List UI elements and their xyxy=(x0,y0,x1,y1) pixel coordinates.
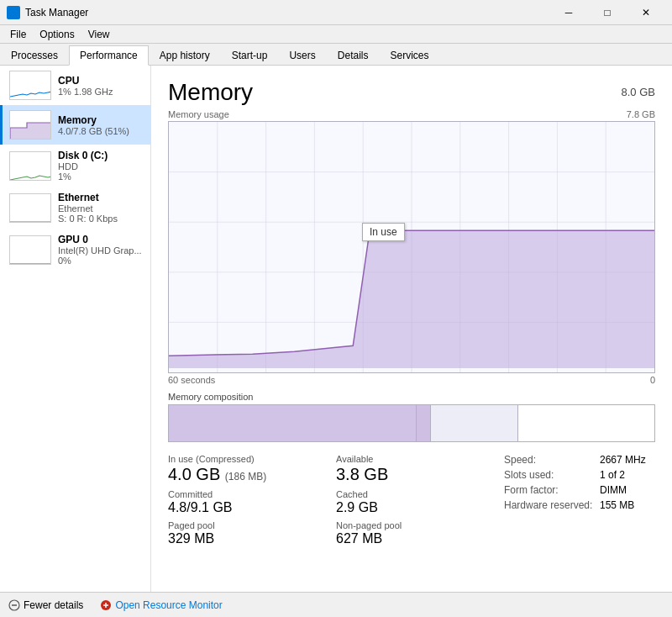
chart-bottom-labels: 60 seconds 0 xyxy=(168,375,655,385)
cached-value: 2.9 GB xyxy=(336,500,487,515)
chart-section: Memory usage 7.8 GB xyxy=(168,109,655,442)
svg-marker-19 xyxy=(169,230,654,368)
cpu-info: CPU 1% 1.98 GHz xyxy=(58,75,144,97)
chart-max-label: 7.8 GB xyxy=(627,109,655,119)
comp-standby xyxy=(431,405,518,441)
ethernet-name: Ethernet xyxy=(58,192,144,203)
nonpaged-label: Non-paged pool xyxy=(336,520,487,530)
tab-users[interactable]: Users xyxy=(278,45,326,65)
gpu-thumbnail xyxy=(9,235,51,265)
hw-value: 155 MB xyxy=(600,499,634,511)
tab-app-history[interactable]: App history xyxy=(149,45,221,65)
app-icon xyxy=(7,6,20,19)
close-button[interactable]: ✕ xyxy=(627,0,665,25)
menu-view[interactable]: View xyxy=(81,27,117,42)
stats-right: Speed: 2667 MHz Slots used: 1 of 2 Form … xyxy=(504,454,655,546)
slots-row: Slots used: 1 of 2 xyxy=(504,469,655,481)
gpu-name: GPU 0 xyxy=(58,234,144,245)
memory-info: Memory 4.0/7.8 GB (51%) xyxy=(58,114,144,136)
stat-committed: Committed 4.8/9.1 GB xyxy=(168,489,319,515)
sidebar-item-memory[interactable]: Memory 4.0/7.8 GB (51%) xyxy=(0,105,150,145)
minimize-button[interactable]: ─ xyxy=(549,0,588,25)
fewer-details-label: Fewer details xyxy=(24,599,83,611)
fewer-details-icon xyxy=(8,599,20,611)
stat-cached: Cached 2.9 GB xyxy=(336,489,487,515)
slots-label: Slots used: xyxy=(504,469,596,481)
title-bar: Task Manager ─ □ ✕ xyxy=(0,0,672,25)
disk-info: Disk 0 (C:) HDD 1% xyxy=(58,150,144,182)
tab-details[interactable]: Details xyxy=(327,45,380,65)
stats-section: In use (Compressed) 4.0 GB (186 MB) Avai… xyxy=(168,454,655,546)
comp-free xyxy=(518,405,654,441)
ethernet-detail2: S: 0 R: 0 Kbps xyxy=(58,214,144,224)
memory-chart: In use xyxy=(168,121,655,373)
chart-label-row: Memory usage 7.8 GB xyxy=(168,109,655,119)
tab-processes[interactable]: Processes xyxy=(0,45,69,65)
cpu-detail: 1% 1.98 GHz xyxy=(58,87,144,97)
detail-header: Memory 8.0 GB xyxy=(168,79,655,106)
sidebar: CPU 1% 1.98 GHz Memory 4.0/7.8 GB (51%) xyxy=(0,66,151,592)
stat-nonpaged: Non-paged pool 627 MB xyxy=(336,520,487,546)
comp-in-use xyxy=(169,405,417,441)
in-use-value: 4.0 GB (186 MB) xyxy=(168,465,319,484)
available-value: 3.8 GB xyxy=(336,465,487,484)
comp-modified xyxy=(417,405,431,441)
tab-startup[interactable]: Start-up xyxy=(221,45,279,65)
sidebar-item-disk[interactable]: Disk 0 (C:) HDD 1% xyxy=(0,145,150,187)
sidebar-item-cpu[interactable]: CPU 1% 1.98 GHz xyxy=(0,66,150,105)
detail-total: 8.0 GB xyxy=(622,86,655,98)
fewer-details-button[interactable]: Fewer details xyxy=(8,599,83,611)
speed-label: Speed: xyxy=(504,454,596,466)
memory-name: Memory xyxy=(58,114,144,126)
committed-label: Committed xyxy=(168,489,319,499)
disk-name: Disk 0 (C:) xyxy=(58,150,144,161)
svg-rect-5 xyxy=(10,236,51,265)
maximize-button[interactable]: □ xyxy=(588,0,627,25)
sidebar-item-gpu[interactable]: GPU 0 Intel(R) UHD Grap... 0% xyxy=(0,229,150,271)
cached-label: Cached xyxy=(336,489,487,499)
detail-panel: Memory 8.0 GB Memory usage 7.8 GB xyxy=(151,66,672,592)
speed-value: 2667 MHz xyxy=(600,454,646,466)
disk-detail2: 1% xyxy=(58,171,144,182)
gpu-detail1: Intel(R) UHD Grap... xyxy=(58,245,144,256)
svg-rect-4 xyxy=(10,194,51,223)
ethernet-thumbnail xyxy=(9,193,51,223)
composition-bar xyxy=(168,404,655,442)
form-label: Form factor: xyxy=(504,484,596,496)
usage-label: Memory usage xyxy=(168,109,229,119)
ethernet-info: Ethernet Ethernet S: 0 R: 0 Kbps xyxy=(58,192,144,224)
tab-performance[interactable]: Performance xyxy=(69,45,149,66)
disk-thumbnail xyxy=(9,151,51,181)
memory-detail: 4.0/7.8 GB (51%) xyxy=(58,126,144,136)
disk-detail1: HDD xyxy=(58,161,144,171)
cpu-thumbnail xyxy=(9,71,51,100)
in-use-label: In use (Compressed) xyxy=(168,454,319,464)
nonpaged-value: 627 MB xyxy=(336,531,487,546)
time-left-label: 60 seconds xyxy=(168,375,215,385)
form-value: DIMM xyxy=(600,484,627,496)
detail-title: Memory xyxy=(168,79,253,106)
menu-bar: File Options View xyxy=(0,25,672,44)
slots-value: 1 of 2 xyxy=(600,469,625,481)
ethernet-detail1: Ethernet xyxy=(58,203,144,214)
resource-monitor-icon xyxy=(100,599,112,611)
gpu-detail2: 0% xyxy=(58,256,144,266)
paged-value: 329 MB xyxy=(168,531,319,546)
tab-bar: Processes Performance App history Start-… xyxy=(0,44,672,66)
sidebar-item-ethernet[interactable]: Ethernet Ethernet S: 0 R: 0 Kbps xyxy=(0,187,150,229)
menu-file[interactable]: File xyxy=(3,27,33,42)
form-row: Form factor: DIMM xyxy=(504,484,655,496)
bottom-bar: Fewer details Open Resource Monitor xyxy=(0,592,672,617)
main-content: CPU 1% 1.98 GHz Memory 4.0/7.8 GB (51%) xyxy=(0,66,672,592)
menu-options[interactable]: Options xyxy=(33,27,81,42)
available-label: Available xyxy=(336,454,487,464)
resource-monitor-label: Open Resource Monitor xyxy=(115,599,222,611)
committed-value: 4.8/9.1 GB xyxy=(168,500,319,515)
stats-left: In use (Compressed) 4.0 GB (186 MB) Avai… xyxy=(168,454,487,546)
cpu-name: CPU xyxy=(58,75,144,87)
time-right-label: 0 xyxy=(650,375,655,385)
open-resource-monitor-link[interactable]: Open Resource Monitor xyxy=(100,599,222,611)
hw-label: Hardware reserved: xyxy=(504,499,596,511)
tab-services[interactable]: Services xyxy=(379,45,439,65)
stat-in-use: In use (Compressed) 4.0 GB (186 MB) xyxy=(168,454,319,484)
